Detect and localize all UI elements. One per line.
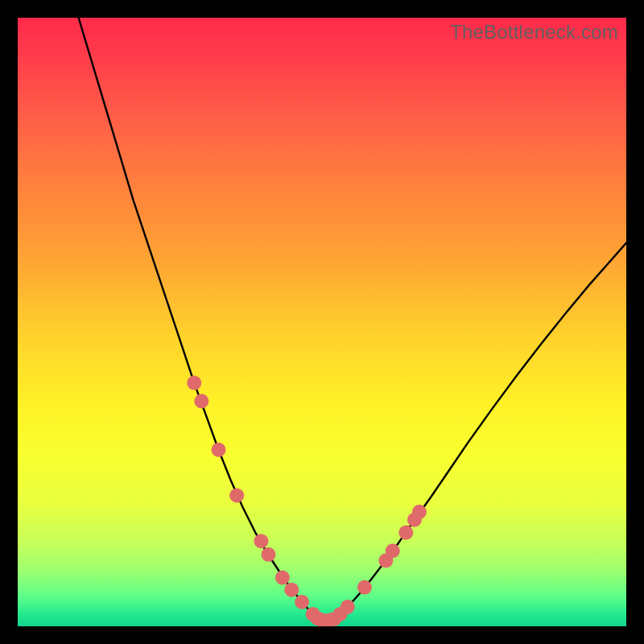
chart-marker <box>187 376 201 390</box>
chart-marker <box>295 595 309 609</box>
chart-marker <box>398 526 413 540</box>
chart-marker <box>275 571 290 585</box>
chart-marker <box>386 543 400 558</box>
chart-marker <box>194 394 208 408</box>
chart-marker <box>261 547 275 562</box>
chart-overlay <box>18 18 626 626</box>
chart-marker <box>211 443 225 457</box>
bottleneck-curve <box>79 18 626 620</box>
chart-marker <box>357 580 372 595</box>
marker-layer <box>187 376 427 626</box>
plot-area: TheBottleneck.com <box>18 18 626 626</box>
chart-stage: TheBottleneck.com <box>0 0 644 644</box>
chart-marker <box>341 600 355 614</box>
chart-marker <box>229 488 244 502</box>
chart-marker <box>412 505 427 519</box>
chart-marker <box>254 534 268 548</box>
chart-marker <box>284 583 299 597</box>
